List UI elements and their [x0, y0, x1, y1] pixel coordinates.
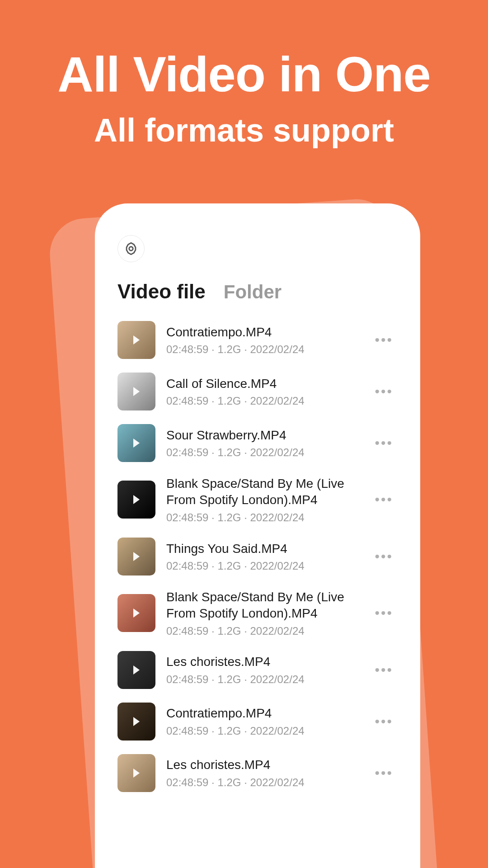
promo-header: All Video in One All formats support [0, 0, 488, 149]
more-button[interactable]: ••• [370, 658, 398, 682]
play-icon [133, 439, 140, 448]
video-item[interactable]: Les choristes.MP4 02:48:59 · 1.2G · 2022… [117, 651, 398, 689]
video-name: Blank Space/Stand By Me (Live From Spoti… [166, 589, 359, 622]
play-icon [133, 665, 140, 675]
video-name: Les choristes.MP4 [166, 654, 359, 670]
video-thumbnail[interactable] [117, 594, 155, 632]
video-name: Call of Silence.MP4 [166, 376, 359, 392]
more-button[interactable]: ••• [370, 761, 398, 785]
video-thumbnail[interactable] [117, 538, 155, 576]
video-thumbnail[interactable] [117, 373, 155, 410]
video-meta: 02:48:59 · 1.2G · 2022/02/24 [166, 511, 359, 524]
video-info: Blank Space/Stand By Me (Live From Spoti… [166, 476, 359, 524]
more-button[interactable]: ••• [370, 328, 398, 352]
video-item[interactable]: Things You Said.MP4 02:48:59 · 1.2G · 20… [117, 538, 398, 576]
video-thumbnail[interactable] [117, 321, 155, 359]
video-meta: 02:48:59 · 1.2G · 2022/02/24 [166, 395, 359, 407]
video-item[interactable]: Sour Strawberry.MP4 02:48:59 · 1.2G · 20… [117, 424, 398, 462]
tabs: Video file Folder [117, 280, 398, 303]
video-thumbnail[interactable] [117, 651, 155, 689]
more-button[interactable]: ••• [370, 601, 398, 625]
video-name: Sour Strawberry.MP4 [166, 427, 359, 443]
play-icon [133, 769, 140, 778]
video-thumbnail[interactable] [117, 481, 155, 519]
promo-title: All Video in One [0, 45, 488, 103]
video-info: Contratiempo.MP4 02:48:59 · 1.2G · 2022/… [166, 324, 359, 356]
video-name: Contratiempo.MP4 [166, 324, 359, 340]
svg-marker-0 [127, 243, 136, 255]
video-meta: 02:48:59 · 1.2G · 2022/02/24 [166, 446, 359, 459]
video-name: Les choristes.MP4 [166, 757, 359, 773]
video-item[interactable]: Contratiempo.MP4 02:48:59 · 1.2G · 2022/… [117, 321, 398, 359]
video-thumbnail[interactable] [117, 424, 155, 462]
tab-folder[interactable]: Folder [224, 281, 282, 303]
video-info: Sour Strawberry.MP4 02:48:59 · 1.2G · 20… [166, 427, 359, 459]
video-meta: 02:48:59 · 1.2G · 2022/02/24 [166, 673, 359, 686]
play-icon [133, 609, 140, 618]
play-icon [133, 717, 140, 726]
play-icon [133, 552, 140, 561]
promo-subtitle: All formats support [0, 112, 488, 149]
play-icon [133, 335, 140, 344]
video-name: Things You Said.MP4 [166, 541, 359, 557]
video-list: Contratiempo.MP4 02:48:59 · 1.2G · 2022/… [117, 321, 398, 792]
video-thumbnail[interactable] [117, 703, 155, 741]
video-name: Contratiempo.MP4 [166, 705, 359, 722]
play-icon [133, 495, 140, 504]
video-item[interactable]: Blank Space/Stand By Me (Live From Spoti… [117, 476, 398, 524]
play-icon [133, 387, 140, 396]
settings-button[interactable] [117, 235, 145, 262]
video-info: Call of Silence.MP4 02:48:59 · 1.2G · 20… [166, 376, 359, 407]
video-meta: 02:48:59 · 1.2G · 2022/02/24 [166, 560, 359, 572]
video-info: Blank Space/Stand By Me (Live From Spoti… [166, 589, 359, 637]
video-name: Blank Space/Stand By Me (Live From Spoti… [166, 476, 359, 509]
more-button[interactable]: ••• [370, 431, 398, 455]
gear-icon [123, 241, 139, 256]
more-button[interactable]: ••• [370, 379, 398, 404]
video-info: Things You Said.MP4 02:48:59 · 1.2G · 20… [166, 541, 359, 572]
video-meta: 02:48:59 · 1.2G · 2022/02/24 [166, 625, 359, 637]
video-item[interactable]: Blank Space/Stand By Me (Live From Spoti… [117, 589, 398, 637]
tab-video-file[interactable]: Video file [117, 280, 206, 303]
video-item[interactable]: Contratiempo.MP4 02:48:59 · 1.2G · 2022/… [117, 703, 398, 741]
video-thumbnail[interactable] [117, 754, 155, 792]
video-item[interactable]: Call of Silence.MP4 02:48:59 · 1.2G · 20… [117, 373, 398, 410]
video-meta: 02:48:59 · 1.2G · 2022/02/24 [166, 343, 359, 356]
more-button[interactable]: ••• [370, 709, 398, 734]
video-meta: 02:48:59 · 1.2G · 2022/02/24 [166, 725, 359, 737]
video-meta: 02:48:59 · 1.2G · 2022/02/24 [166, 776, 359, 789]
more-button[interactable]: ••• [370, 487, 398, 512]
more-button[interactable]: ••• [370, 544, 398, 569]
video-item[interactable]: Les choristes.MP4 02:48:59 · 1.2G · 2022… [117, 754, 398, 792]
video-info: Les choristes.MP4 02:48:59 · 1.2G · 2022… [166, 757, 359, 788]
video-info: Contratiempo.MP4 02:48:59 · 1.2G · 2022/… [166, 705, 359, 737]
svg-point-1 [129, 247, 133, 251]
phone-frame: Video file Folder Contratiempo.MP4 02:48… [95, 203, 420, 868]
video-info: Les choristes.MP4 02:48:59 · 1.2G · 2022… [166, 654, 359, 685]
